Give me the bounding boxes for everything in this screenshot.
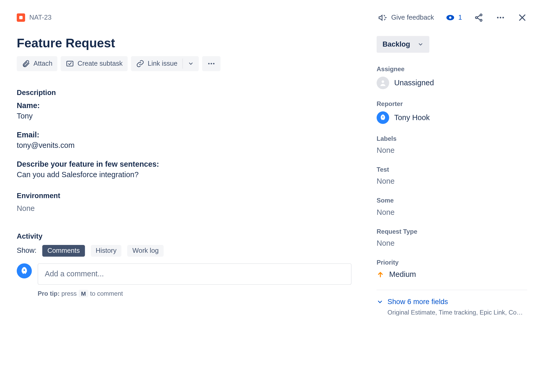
priority-field[interactable]: Medium [377, 270, 527, 279]
feature-label: Describe your feature in few sentences: [17, 160, 352, 169]
protip-key: M [78, 290, 88, 297]
rocket-icon [379, 114, 387, 121]
reporter-label: Reporter [377, 100, 527, 107]
test-label: Test [377, 166, 527, 173]
close-button[interactable] [517, 13, 527, 23]
some-label: Some [377, 197, 527, 204]
protip-prefix: Pro tip: [38, 290, 60, 297]
feature-value[interactable]: Can you add Salesforce integration? [17, 170, 352, 179]
status-dropdown[interactable]: Backlog [377, 36, 429, 53]
give-feedback-label: Give feedback [391, 14, 434, 21]
dots-icon [496, 13, 505, 22]
person-icon [379, 79, 387, 87]
name-value[interactable]: Tony [17, 112, 352, 121]
labels-label: Labels [377, 135, 527, 142]
chevron-down-icon [418, 41, 423, 47]
issue-key[interactable]: NAT-23 [29, 14, 52, 21]
link-issue-dropdown-button[interactable] [183, 57, 199, 70]
environment-value[interactable]: None [17, 204, 352, 213]
priority-value: Medium [389, 270, 416, 279]
create-subtask-button[interactable]: Create subtask [61, 56, 128, 71]
close-icon [518, 13, 527, 22]
some-value[interactable]: None [377, 208, 527, 217]
test-value[interactable]: None [377, 177, 527, 186]
link-icon [136, 59, 144, 68]
request-type-value[interactable]: None [377, 239, 527, 248]
assignee-value: Unassigned [394, 79, 434, 87]
share-button[interactable] [474, 13, 484, 23]
show-more-fields-button[interactable]: Show 6 more fields [377, 298, 527, 306]
activity-heading: Activity [17, 232, 352, 241]
more-actions-button[interactable] [495, 13, 505, 23]
watch-button[interactable]: 1 [446, 13, 462, 22]
rocket-icon [20, 266, 29, 276]
protip-press: press [60, 290, 78, 297]
environment-heading: Environment [17, 192, 352, 200]
protip: Pro tip: press M to comment [38, 290, 352, 297]
comment-input[interactable]: Add a comment... [38, 263, 352, 285]
show-more-fields-label: Show 6 more fields [388, 298, 448, 306]
attach-label: Attach [33, 60, 53, 68]
toolbar-more-button[interactable] [202, 56, 220, 71]
share-icon [474, 13, 483, 22]
current-user-avatar [17, 263, 32, 278]
toolbar: Attach Create subtask Link issue [17, 56, 352, 71]
svg-point-7 [502, 17, 504, 18]
chevron-down-icon [377, 299, 383, 305]
description-heading: Description [17, 89, 352, 97]
protip-suffix: to comment [88, 290, 123, 297]
more-fields-detail: Original Estimate, Time tracking, Epic L… [388, 309, 527, 316]
svg-point-9 [208, 63, 209, 64]
request-type-label: Request Type [377, 228, 527, 235]
attach-button[interactable]: Attach [17, 56, 58, 71]
watch-count: 1 [458, 14, 462, 21]
tab-history[interactable]: History [91, 245, 122, 257]
show-label: Show: [17, 247, 37, 255]
assignee-label: Assignee [377, 65, 527, 72]
email-value[interactable]: tony@venits.com [17, 141, 352, 150]
link-issue-button[interactable]: Link issue [131, 56, 183, 71]
subtask-icon [66, 59, 74, 68]
tab-worklog[interactable]: Work log [127, 245, 164, 257]
svg-point-5 [497, 17, 498, 18]
svg-point-1 [449, 16, 451, 19]
reporter-field[interactable]: Tony Hook [377, 111, 527, 124]
name-label: Name: [17, 101, 352, 110]
status-label: Backlog [382, 40, 410, 49]
chevron-down-icon [188, 61, 194, 66]
priority-label: Priority [377, 259, 527, 266]
issue-type-icon [17, 13, 25, 22]
assignee-field[interactable]: Unassigned [377, 77, 527, 89]
priority-medium-icon [377, 271, 384, 278]
svg-point-11 [213, 63, 214, 64]
svg-point-12 [382, 80, 384, 83]
email-label: Email: [17, 131, 352, 139]
attachment-icon [22, 59, 30, 68]
link-issue-label: Link issue [148, 60, 178, 68]
unassigned-avatar [377, 77, 389, 89]
create-subtask-label: Create subtask [78, 60, 123, 68]
give-feedback-button[interactable]: Give feedback [378, 13, 434, 22]
svg-rect-8 [67, 61, 73, 66]
reporter-avatar [377, 111, 389, 124]
svg-point-10 [211, 63, 212, 64]
issue-title[interactable]: Feature Request [17, 36, 352, 50]
labels-value[interactable]: None [377, 146, 527, 155]
megaphone-icon [378, 13, 387, 22]
reporter-value: Tony Hook [394, 113, 430, 122]
tab-comments[interactable]: Comments [42, 245, 85, 257]
dots-icon [207, 59, 216, 68]
eye-icon [446, 13, 455, 22]
header-row: NAT-23 Give feedback 1 [17, 13, 527, 23]
svg-point-6 [500, 17, 501, 18]
